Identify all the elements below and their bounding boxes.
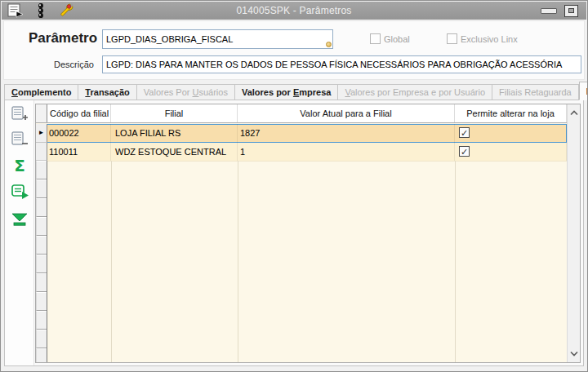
indicator-column-rail <box>47 161 47 362</box>
parametro-label: Parâmetro <box>29 30 97 46</box>
table-row[interactable]: 110011 WDZ ESTOQUE CENTRAL 1 ✓ <box>36 143 567 162</box>
add-record-button[interactable] <box>10 104 29 124</box>
indicator-cell-empty <box>36 273 47 292</box>
check-icon: ✓ <box>461 147 468 157</box>
header-codigo-da-filial[interactable]: Código da filial <box>47 104 111 122</box>
descricao-label: Descrição <box>54 60 94 69</box>
tab-valores-por-empresa-e-usuario: Valores por Empresa e por Usuário <box>338 84 492 100</box>
last-record-button[interactable] <box>10 210 29 229</box>
indicator-header-cell <box>36 104 47 122</box>
tab-valores-por-usuarios: Valores Por Usuários <box>137 84 235 100</box>
titlebar[interactable]: 014005SPK - Parâmetros <box>2 2 586 20</box>
window-title: 014005SPK - Parâmetros <box>2 5 586 16</box>
scroll-down-button[interactable] <box>568 347 581 361</box>
tab-filiais-loja[interactable]: Filiais Loja <box>579 82 588 100</box>
chevron-down-icon <box>570 351 578 356</box>
table-row-selected[interactable]: ► 000022 LOJA FILIAL RS 1827 ✓ <box>36 124 567 143</box>
grid-toolbar: Σ <box>5 100 34 365</box>
cell-filial[interactable]: LOJA FILIAL RS <box>111 124 238 143</box>
global-checkbox[interactable] <box>370 33 381 44</box>
indicator-cell-empty <box>36 292 47 311</box>
exclusivo-linx-checkbox[interactable] <box>447 33 457 44</box>
header-permite-alterar[interactable]: Permite alterar na loja <box>455 104 567 122</box>
minimize-button[interactable] <box>541 8 557 14</box>
grid-gridline <box>111 161 112 362</box>
indicator-cell-empty <box>36 217 47 236</box>
wrench-icon[interactable] <box>58 2 74 19</box>
cell-codigo[interactable]: 110011 <box>47 143 111 161</box>
cell-valor[interactable]: 1 <box>238 143 455 161</box>
cell-valor[interactable]: 1827 <box>238 124 455 143</box>
parametros-window: 014005SPK - Parâmetros Parâmetro LGPD_DI… <box>0 0 588 372</box>
filiais-grid: Código da filial Filial Valor Atual para… <box>35 104 581 363</box>
row-indicator <box>36 143 47 161</box>
indicator-cell-empty <box>36 161 47 179</box>
sum-icon: Σ <box>14 157 25 174</box>
cell-filial[interactable]: WDZ ESTOQUE CENTRAL <box>111 143 238 161</box>
row-pointer-icon: ► <box>38 129 45 136</box>
form-arrow-icon[interactable] <box>7 2 24 19</box>
delete-record-button[interactable] <box>10 130 29 149</box>
exclusivo-linx-checkbox-group[interactable]: Exclusivo Linx <box>447 33 518 44</box>
header-filial[interactable]: Filial <box>111 104 238 122</box>
grid-gridline <box>238 161 238 362</box>
global-label: Global <box>384 34 410 44</box>
permite-checkbox[interactable]: ✓ <box>459 146 470 157</box>
tab-complemento[interactable]: Complemento <box>4 84 78 100</box>
check-icon: ✓ <box>461 128 468 138</box>
cell-permite: ✓ <box>455 143 567 161</box>
traffic-light-icon[interactable] <box>33 2 49 19</box>
parametro-input[interactable]: LGPD_DIAS_OBRIGA_FISCAL <box>102 29 333 49</box>
indicator-cell-empty <box>36 311 47 330</box>
chevron-up-icon <box>570 110 578 116</box>
maximize-glyph <box>568 8 574 13</box>
indicator-cell-empty <box>36 198 47 217</box>
sum-button[interactable]: Σ <box>10 156 29 175</box>
tab-valores-por-empresa[interactable]: Valores por Empresa <box>235 84 338 100</box>
descricao-value: LGPD: DIAS PARA MANTER OS DADOS DE PESSO… <box>106 60 562 69</box>
row-indicator: ► <box>36 124 47 143</box>
tab-content-filiais-loja: Σ Código da filial <box>4 100 584 366</box>
indicator-cell-empty <box>36 330 47 348</box>
tab-transacao[interactable]: Transação <box>78 84 136 100</box>
grid-gridline <box>455 161 456 362</box>
indicator-cell-empty <box>36 236 47 255</box>
header-valor-atual[interactable]: Valor Atual para a Filial <box>238 104 455 122</box>
go-to-last-icon <box>11 213 28 227</box>
tab-filiais-retaguarda: Filiais Retaguarda <box>492 84 579 100</box>
grid-header-row: Código da filial Filial Valor Atual para… <box>36 104 567 123</box>
scroll-up-button[interactable] <box>568 106 581 120</box>
parameter-form: Parâmetro LGPD_DIAS_OBRIGA_FISCAL Global… <box>3 20 585 80</box>
cell-codigo[interactable]: 000022 <box>47 124 111 143</box>
grid-vscrollbar[interactable] <box>567 104 580 362</box>
execute-button[interactable] <box>10 182 29 202</box>
indicator-cell-empty <box>36 348 47 363</box>
delete-record-icon <box>11 131 29 148</box>
input-hint-grip[interactable] <box>326 42 332 47</box>
execute-form-icon <box>11 183 29 201</box>
indicator-cell-empty <box>36 179 47 198</box>
parametro-value: LGPD_DIAS_OBRIGA_FISCAL <box>106 34 233 44</box>
exclusivo-linx-label: Exclusivo Linx <box>461 34 518 44</box>
maximize-button[interactable] <box>564 5 578 17</box>
global-checkbox-group[interactable]: Global <box>370 33 410 44</box>
add-record-icon <box>11 105 29 123</box>
cell-permite: ✓ <box>455 124 567 143</box>
tab-bar: Complemento Transação Valores Por Usuári… <box>4 82 584 100</box>
permite-checkbox[interactable]: ✓ <box>459 127 470 138</box>
indicator-cell-empty <box>36 255 47 273</box>
descricao-input[interactable]: LGPD: DIAS PARA MANTER OS DADOS DE PESSO… <box>102 55 581 73</box>
